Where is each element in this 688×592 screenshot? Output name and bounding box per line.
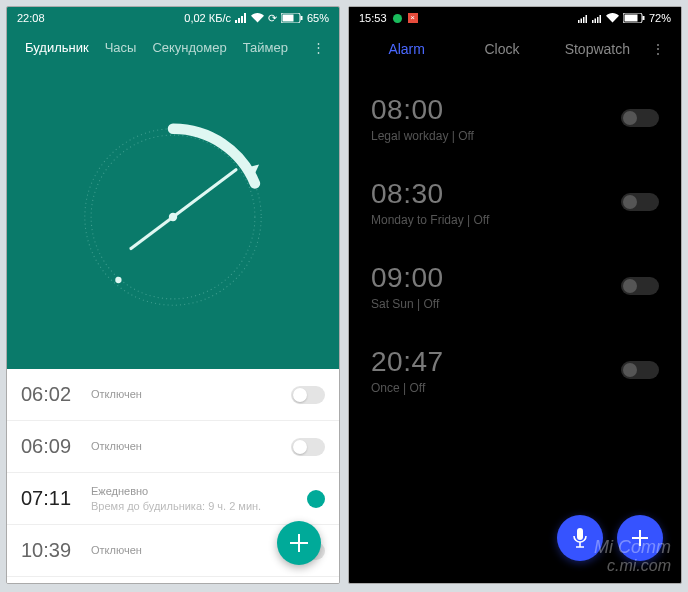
alarm-row[interactable]: 06:02 Отключен bbox=[7, 369, 339, 421]
tab-clock[interactable]: Часы bbox=[97, 40, 145, 55]
alarm-toggle[interactable] bbox=[291, 438, 325, 456]
alarm-toggle[interactable] bbox=[621, 193, 659, 211]
add-alarm-button[interactable] bbox=[617, 515, 663, 561]
battery-pct: 65% bbox=[307, 12, 329, 24]
alarm-label: Sat Sun | Off bbox=[371, 297, 621, 311]
tab-alarm[interactable]: Будильник bbox=[17, 40, 97, 55]
alarm-label: Отключен bbox=[91, 439, 291, 454]
voice-button[interactable] bbox=[557, 515, 603, 561]
tab-stopwatch[interactable]: Секундомер bbox=[144, 40, 234, 55]
tab-alarm[interactable]: Alarm bbox=[359, 41, 454, 57]
statusbar: 22:08 0,02 КБ/с ⟳ 65% bbox=[7, 7, 339, 29]
tab-clock[interactable]: Clock bbox=[454, 41, 549, 57]
add-alarm-button[interactable] bbox=[277, 521, 321, 565]
alarm-time: 08:00 bbox=[371, 94, 621, 126]
alarm-label: Ежедневно bbox=[91, 484, 307, 499]
svg-point-9 bbox=[169, 213, 177, 221]
tabs: Будильник Часы Секундомер Таймер ⋮ bbox=[7, 29, 339, 65]
close-icon: × bbox=[408, 13, 418, 23]
sync-icon: ⟳ bbox=[268, 12, 277, 25]
alarm-sublabel: Время до будильника: 9 ч. 2 мин. bbox=[91, 499, 307, 514]
wifi-icon bbox=[606, 13, 619, 23]
alarm-time: 10:39 bbox=[21, 539, 91, 562]
battery-icon bbox=[281, 13, 303, 23]
alarm-label: Отключен bbox=[91, 543, 291, 558]
signal-icon bbox=[235, 13, 247, 23]
svg-line-7 bbox=[173, 170, 236, 217]
statusbar: 15:53 × 72% bbox=[349, 7, 681, 29]
tab-timer[interactable]: Таймер bbox=[235, 40, 296, 55]
alarm-row[interactable]: 08:00 Legal workday | Off bbox=[349, 77, 681, 161]
svg-rect-2 bbox=[300, 16, 302, 20]
svg-line-6 bbox=[131, 217, 173, 249]
alarm-label: Отключен bbox=[91, 387, 291, 402]
svg-rect-13 bbox=[577, 528, 583, 540]
alarm-time: 08:30 bbox=[371, 178, 621, 210]
alarm-label: Monday to Friday | Off bbox=[371, 213, 621, 227]
phone-dark: 15:53 × 72% Alarm Clock Stopwatch ⋮ bbox=[348, 6, 682, 584]
analog-clock bbox=[7, 65, 339, 369]
alarm-toggle[interactable] bbox=[291, 386, 325, 404]
alarm-toggle[interactable] bbox=[621, 109, 659, 127]
alarm-time: 20:47 bbox=[371, 346, 621, 378]
svg-point-5 bbox=[115, 277, 121, 283]
alarm-label: Legal workday | Off bbox=[371, 129, 621, 143]
alarm-row[interactable]: 20:47 Once | Off bbox=[349, 329, 681, 413]
alarm-row[interactable]: 09:00 Sat Sun | Off bbox=[349, 245, 681, 329]
net-speed: 0,02 КБ/с bbox=[184, 12, 231, 24]
alarm-row[interactable]: 08:30 Monday to Friday | Off bbox=[349, 161, 681, 245]
alarm-row[interactable]: 07:11 Ежедневно Время до будильника: 9 ч… bbox=[7, 473, 339, 525]
battery-icon bbox=[623, 13, 645, 23]
alarm-toggle[interactable] bbox=[621, 277, 659, 295]
signal-icon bbox=[592, 14, 602, 23]
alarm-time: 06:09 bbox=[21, 435, 91, 458]
battery-pct: 72% bbox=[649, 12, 671, 24]
signal-icon bbox=[578, 14, 588, 23]
phone-light: 22:08 0,02 КБ/с ⟳ 65% Будильник Часы Сек… bbox=[6, 6, 340, 584]
svg-rect-12 bbox=[642, 16, 644, 20]
wifi-icon bbox=[251, 13, 264, 23]
alarm-time: 07:11 bbox=[21, 487, 91, 510]
tabs: Alarm Clock Stopwatch ⋮ bbox=[349, 29, 681, 69]
alarm-time: 09:00 bbox=[371, 262, 621, 294]
alarm-label: Once | Off bbox=[371, 381, 621, 395]
tab-stopwatch[interactable]: Stopwatch bbox=[550, 41, 645, 57]
alarm-time: 06:02 bbox=[21, 383, 91, 406]
overflow-icon[interactable]: ⋮ bbox=[645, 41, 671, 57]
alarm-toggle[interactable] bbox=[307, 490, 325, 508]
svg-rect-11 bbox=[624, 15, 637, 22]
status-dot-icon bbox=[393, 14, 402, 23]
alarm-list: 08:00 Legal workday | Off 08:30 Monday t… bbox=[349, 69, 681, 421]
status-time: 15:53 bbox=[359, 12, 387, 24]
svg-rect-1 bbox=[282, 15, 293, 22]
alarm-row[interactable]: 06:09 Отключен bbox=[7, 421, 339, 473]
status-time: 22:08 bbox=[17, 12, 45, 24]
overflow-icon[interactable]: ⋮ bbox=[308, 40, 329, 55]
alarm-toggle[interactable] bbox=[621, 361, 659, 379]
